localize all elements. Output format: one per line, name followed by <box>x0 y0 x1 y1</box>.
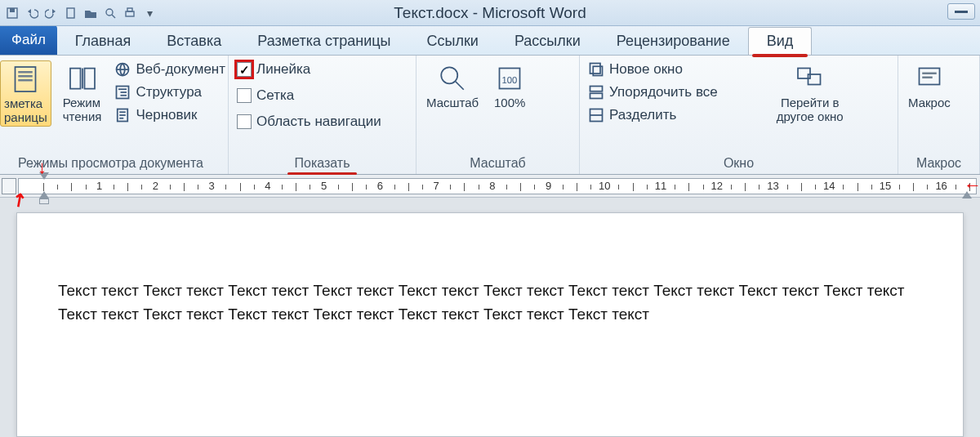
ruler-tick <box>577 183 577 191</box>
annotation-arrow-left-icon: ← <box>964 175 980 196</box>
view-draft[interactable]: Черновик <box>113 106 227 124</box>
reading-icon <box>66 62 99 95</box>
ruler-tick <box>184 183 185 191</box>
view-page-layout[interactable]: зметка раницы <box>0 60 51 127</box>
split-icon <box>588 107 604 123</box>
tab-review[interactable]: Рецензирование <box>599 28 748 55</box>
ruler-tick <box>310 185 310 190</box>
macros-icon <box>913 62 946 95</box>
zoom-100-label: 100% <box>494 96 525 110</box>
ribbon-view: зметка раницы Режим чтения Веб-документ … <box>0 56 980 175</box>
preview-icon[interactable] <box>101 4 119 22</box>
ruler-tick <box>170 185 171 190</box>
view-page-layout-label: зметка раницы <box>4 97 47 124</box>
ruler-tick <box>225 185 226 190</box>
ruler-tick <box>422 185 423 190</box>
ruler-tick <box>479 185 479 190</box>
check-grid[interactable]: Сетка <box>235 87 383 105</box>
ruler-number: 15 <box>880 180 891 192</box>
ruler-tick <box>618 185 619 190</box>
open-icon[interactable] <box>82 4 100 22</box>
zoom-button[interactable]: Масштаб <box>423 60 482 112</box>
ruler-tick <box>352 183 353 191</box>
svg-line-4 <box>112 15 115 18</box>
annotation-arrow-down-icon: ↓ <box>38 157 47 178</box>
redo-icon[interactable] <box>42 4 60 22</box>
checkbox-grid[interactable] <box>237 88 252 103</box>
split-window[interactable]: Разделить <box>586 106 719 124</box>
tab-mail[interactable]: Рассылки <box>497 28 599 55</box>
ruler-number: 1 <box>96 180 102 192</box>
qat-more-icon[interactable]: ▾ <box>140 4 158 22</box>
checkbox-ruler[interactable] <box>237 62 252 77</box>
ruler-tick <box>71 183 72 191</box>
ruler-number: 14 <box>823 180 835 192</box>
tab-insert[interactable]: Вставка <box>149 28 239 55</box>
ruler-tick <box>127 183 128 191</box>
ruler-number: 5 <box>321 180 327 192</box>
arrange-all[interactable]: Упорядочить все <box>586 83 719 101</box>
ruler-number: 4 <box>265 180 270 192</box>
window-controls <box>947 3 975 20</box>
switch-window-icon <box>794 62 826 95</box>
ruler-tick <box>254 185 255 190</box>
tab-refs[interactable]: Ссылки <box>409 28 497 55</box>
macros-button[interactable]: Макрос <box>905 60 954 112</box>
print-icon[interactable] <box>121 4 139 22</box>
ruler-tick <box>927 185 928 190</box>
ruler-tick <box>899 185 900 190</box>
svg-rect-29 <box>590 64 601 74</box>
tab-layout[interactable]: Разметка страницы <box>239 28 408 55</box>
ruler-number: 2 <box>153 180 158 192</box>
minimize-button[interactable] <box>947 3 975 20</box>
svg-rect-42 <box>922 77 933 79</box>
body-text[interactable]: Текст текст Текст текст Текст текст Текс… <box>58 279 938 327</box>
group-macros-label: Макрос <box>905 154 973 174</box>
tab-home[interactable]: Главная <box>57 28 149 55</box>
ruler-tick <box>240 183 241 191</box>
file-tab[interactable]: Файл <box>0 25 57 55</box>
ruler-tick <box>745 183 746 191</box>
check-ruler-label: Линейка <box>256 61 310 78</box>
draft-icon <box>114 107 131 123</box>
group-views: зметка раницы Режим чтения Веб-документ … <box>0 56 229 174</box>
new-window-icon <box>588 61 604 78</box>
left-indent[interactable] <box>39 198 49 204</box>
view-outline-label: Структура <box>136 84 202 100</box>
view-web-label: Веб-документ <box>136 61 225 78</box>
save-icon[interactable] <box>3 4 21 22</box>
group-show-label: Показать <box>235 154 409 174</box>
view-outline[interactable]: Структура <box>113 83 227 101</box>
ruler-tick <box>366 185 367 190</box>
ruler-tick <box>198 185 198 190</box>
undo-icon[interactable] <box>23 4 41 22</box>
ruler-tick <box>675 185 675 190</box>
new-icon[interactable] <box>62 4 80 22</box>
horizontal-ruler-area: 12345678910111213141516 ↓ ↗ ← <box>0 175 980 198</box>
page[interactable]: Текст текст Текст текст Текст текст Текс… <box>16 212 964 437</box>
ruler-tick <box>282 185 283 190</box>
ruler-tick <box>408 183 409 191</box>
new-window[interactable]: Новое окно <box>586 60 719 78</box>
ruler-tick <box>464 183 465 191</box>
ruler-tick <box>296 183 296 191</box>
group-show: Линейка Сетка Область навигации Показать <box>229 56 416 174</box>
switch-window[interactable]: Перейти в другое окно <box>773 60 847 125</box>
checkbox-nav[interactable] <box>237 114 252 129</box>
view-reading[interactable]: Режим чтения <box>60 60 105 125</box>
hanging-indent[interactable] <box>39 191 49 198</box>
ruler-number: 3 <box>209 180 215 192</box>
zoom-100[interactable]: 100 100% <box>490 60 529 112</box>
svg-rect-10 <box>19 79 33 82</box>
horizontal-ruler[interactable]: 12345678910111213141516 <box>18 178 977 194</box>
group-views-label: Режимы просмотра документа <box>0 154 221 174</box>
view-web[interactable]: Веб-документ <box>113 60 227 78</box>
check-nav[interactable]: Область навигации <box>235 113 383 131</box>
arrange-icon <box>588 84 604 100</box>
ruler-number: 8 <box>489 180 495 192</box>
tab-view[interactable]: Вид <box>748 27 813 55</box>
check-ruler[interactable]: Линейка <box>235 60 383 78</box>
check-grid-label: Сетка <box>256 87 294 104</box>
ruler-number: 11 <box>655 180 666 192</box>
ruler-number: 7 <box>433 180 439 192</box>
